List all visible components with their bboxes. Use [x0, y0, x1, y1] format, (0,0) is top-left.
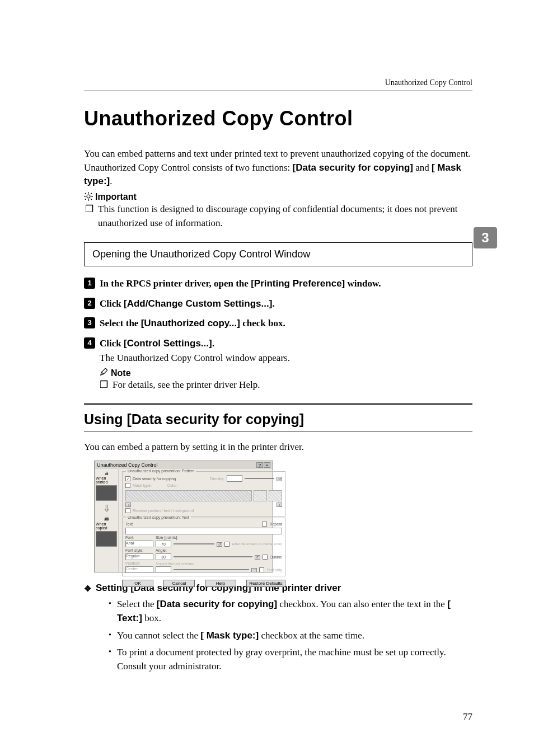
- page-content: Unauthorized Copy Control Unauthorized C…: [0, 0, 534, 674]
- subsection-heading: Opening the Unauthorized Copy Control Wi…: [84, 242, 472, 266]
- copier-icon: 📠: [104, 516, 109, 521]
- dot-icon: •: [109, 646, 111, 673]
- textonly-checkbox[interactable]: [259, 567, 264, 572]
- dot-icon: •: [109, 629, 111, 643]
- step-number-3: 3: [84, 317, 95, 328]
- pattern-scrollbar[interactable]: ◂▸: [125, 503, 282, 507]
- step1-text-b: window.: [345, 278, 381, 289]
- pattern-swatch-2: [269, 490, 282, 501]
- overlap-slider[interactable]: [174, 567, 249, 572]
- density-slider[interactable]: [245, 476, 274, 481]
- textonly-label: Text only: [266, 568, 282, 572]
- mask-type-label: Mask type:: [133, 483, 152, 487]
- dialog-button-row: OK Cancel Help Restore Defaults: [122, 580, 285, 587]
- font-label: Font:: [125, 536, 153, 539]
- overlap-checkbox[interactable]: [224, 542, 229, 547]
- bullet2-b1: [ Mask type:]: [200, 630, 259, 641]
- overlap-stepper[interactable]: [156, 566, 171, 573]
- important-label: Important: [95, 192, 137, 202]
- reverse-checkbox[interactable]: [125, 508, 130, 513]
- density-label: Density:: [210, 477, 224, 481]
- when-printed-label: When printed: [96, 476, 117, 484]
- mask-type-checkbox[interactable]: [125, 483, 130, 488]
- angle-slider[interactable]: [174, 555, 252, 559]
- page-title: Unauthorized Copy Control: [84, 107, 472, 130]
- svg-line-5: [85, 193, 86, 194]
- step1-ui: [Printing Preference]: [251, 278, 345, 289]
- bullet1-b1: [Data security for copying]: [157, 599, 277, 609]
- style-select[interactable]: Regular: [125, 553, 153, 560]
- svg-line-8: [91, 193, 92, 194]
- bullet1-pre: Select the: [117, 599, 157, 609]
- step-number-4: 4: [84, 337, 95, 349]
- step1-text-a: In the RPCS printer driver, open the: [100, 278, 251, 289]
- intro-join: and: [413, 162, 432, 173]
- step-number-1: 1: [84, 278, 95, 289]
- angle-reset[interactable]: ↺: [255, 555, 260, 560]
- intro-end: .: [110, 176, 112, 186]
- size-reset[interactable]: ↺: [217, 542, 222, 547]
- header-rule: [84, 91, 472, 91]
- angle-label: Angle:: [156, 548, 184, 552]
- overlap-input-label: Enter the amount of overlap (mm): [232, 542, 282, 546]
- text-group: Unauthorized copy prevention: Text Text:…: [122, 518, 285, 576]
- printer-icon: 🖨: [105, 471, 109, 475]
- svg-line-7: [85, 199, 86, 200]
- data-security-checkbox[interactable]: ✓: [125, 476, 130, 481]
- text-input[interactable]: [125, 528, 282, 534]
- text-label: Text:: [125, 522, 134, 526]
- cancel-button[interactable]: Cancel: [163, 580, 195, 587]
- position-select[interactable]: Center: [125, 566, 153, 573]
- bullet1-post: box.: [142, 613, 161, 623]
- ok-button[interactable]: OK: [122, 580, 153, 587]
- step-1: 1 In the RPCS printer driver, open the […: [84, 276, 472, 291]
- outline-checkbox[interactable]: [263, 555, 268, 560]
- section-body: You can embed a pattern by setting it in…: [84, 440, 472, 454]
- bullet3-text: To print a document protected by gray ov…: [117, 646, 472, 673]
- font-select[interactable]: Arial: [125, 541, 153, 547]
- reverse-label: Reverse pattern / text / background: [133, 509, 194, 513]
- dialog-window-controls: ? ×: [256, 462, 270, 468]
- close-icon[interactable]: ×: [264, 462, 270, 468]
- square-bullet-icon: ❒: [100, 378, 108, 392]
- setting-bullet-1: • Select the [Data security for copying]…: [109, 598, 472, 625]
- density-reset[interactable]: ↺: [277, 477, 282, 481]
- outline-label: Outline: [270, 555, 282, 559]
- help-button[interactable]: Help: [205, 580, 236, 587]
- dialog-titlebar: Unauthorized Copy Control ? ×: [95, 461, 273, 469]
- intro-key1: [Data security for copying]: [293, 162, 413, 173]
- help-icon[interactable]: ?: [256, 462, 263, 468]
- setting-bullet-3: • To print a document protected by gray …: [109, 646, 472, 673]
- important-text: This function is designed to discourage …: [98, 203, 472, 230]
- setting-bullet-2: • You cannot select the [ Mask type:] ch…: [109, 629, 472, 643]
- dot-icon: •: [109, 598, 111, 625]
- repeat-checkbox[interactable]: [262, 522, 267, 527]
- page-number: 77: [463, 711, 472, 722]
- density-stepper[interactable]: [227, 475, 242, 482]
- angle-stepper[interactable]: 30: [156, 553, 171, 560]
- step4-text-a: Click: [100, 338, 124, 349]
- dialog-screenshot: Unauthorized Copy Control ? × 🖨 When pri…: [94, 461, 273, 572]
- style-label: Font style:: [125, 548, 153, 552]
- running-head: Unauthorized Copy Control: [84, 78, 472, 87]
- intro-paragraph: You can embed patterns and text under pr…: [84, 147, 472, 189]
- printed-thumbnail: [96, 485, 117, 501]
- size-slider[interactable]: [174, 542, 214, 546]
- step-3: 3 Select the [Unauthorized copy...] chec…: [84, 316, 472, 331]
- pen-icon: [100, 368, 107, 378]
- restore-defaults-button[interactable]: Restore Defaults: [246, 580, 285, 587]
- bullet2-mid: checkbox at the same time.: [259, 630, 364, 641]
- size-label: Size [points]:: [156, 536, 184, 539]
- arrow-down-icon: ⇩: [96, 504, 117, 513]
- color-label: Color:: [167, 483, 178, 487]
- important-heading: Important: [84, 192, 472, 203]
- dialog-title: Unauthorized Copy Control: [97, 462, 158, 468]
- size-stepper[interactable]: 70: [156, 541, 171, 547]
- dialog-preview-column: 🖨 When printed ⇩ 📠 When copied: [95, 469, 119, 572]
- when-copied-label: When copied: [96, 522, 117, 530]
- overlap-slider-label: Amount that text overlaps: [156, 562, 194, 565]
- step2-ui: [Add/Change Custom Settings...].: [124, 298, 275, 309]
- note-label: Note: [111, 368, 131, 378]
- diamond-icon: ❖: [84, 583, 91, 594]
- overlap-reset[interactable]: ↺: [251, 568, 257, 572]
